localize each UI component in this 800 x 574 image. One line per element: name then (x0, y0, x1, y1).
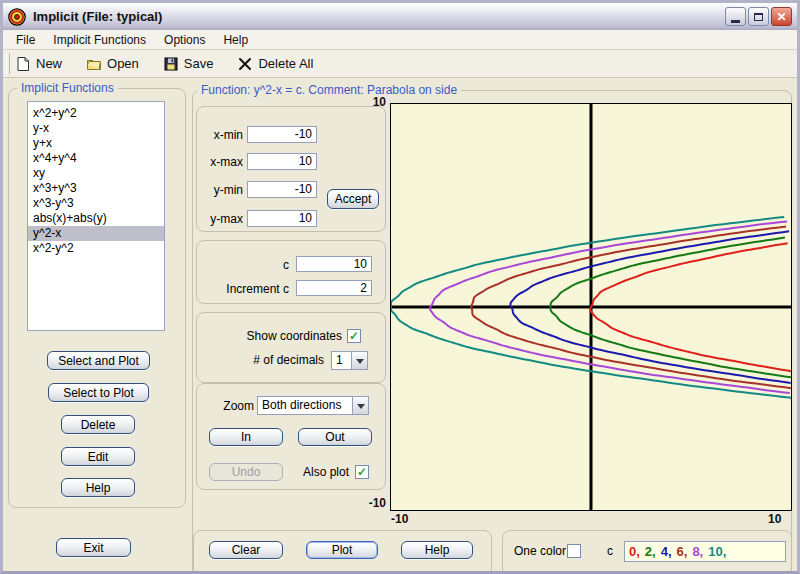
increment-c-field[interactable]: 2 (296, 280, 372, 296)
toolbar: NewOpenSaveDelete All (3, 50, 797, 78)
show-coordinates-checkbox[interactable]: ✓ (347, 329, 361, 343)
implicit-functions-group: Implicit Functions x^2+y^2y-xy+xx^4+y^4x… (8, 88, 186, 508)
edit-button[interactable]: Edit (61, 447, 135, 466)
plot-ymin-label: -10 (358, 496, 386, 510)
range-group: x-min -10 x-max 10 y-min -10 y-max 10 Ac… (196, 106, 386, 232)
y-max-label: y-max (205, 211, 243, 228)
x-min-field[interactable]: -10 (247, 126, 317, 143)
list-item[interactable]: x^2-y^2 (28, 241, 164, 256)
decimals-dropdown[interactable]: 1 (331, 351, 368, 370)
also-plot-label: Also plot (297, 464, 349, 481)
delete-button[interactable]: Delete (61, 415, 135, 434)
accept-button[interactable]: Accept (327, 189, 379, 209)
chevron-down-icon (351, 352, 367, 369)
toolbar-label: Save (184, 56, 214, 71)
toolbar-delete-all-button[interactable]: Delete All (237, 56, 313, 72)
c-label: c (237, 257, 289, 274)
list-item[interactable]: x^4+y^4 (28, 151, 164, 166)
one-color-group: One color c 0,2,4,6,8,10, (502, 530, 792, 571)
legend-value: 0, (629, 544, 640, 559)
help-button-left[interactable]: Help (61, 478, 135, 497)
list-item[interactable]: x^3-y^3 (28, 196, 164, 211)
legend-value: 10, (708, 544, 726, 559)
maximize-icon (754, 13, 763, 21)
zoom-mode-value: Both directions (258, 397, 352, 414)
maximize-button[interactable] (748, 7, 769, 26)
c-field[interactable]: 10 (296, 256, 372, 272)
menubar: FileImplicit FunctionsOptionsHelp (3, 30, 797, 50)
open-icon (86, 56, 102, 72)
c-group: c 10 Increment c 2 (196, 240, 386, 304)
coordinates-group: Show coordinates ✓ # of decimals 1 (196, 312, 386, 383)
close-button[interactable]: ✕ (771, 7, 792, 26)
y-max-field[interactable]: 10 (247, 210, 317, 227)
zoom-in-button[interactable]: In (209, 428, 283, 446)
menu-item-help[interactable]: Help (214, 31, 257, 49)
toolbar-label: New (36, 56, 62, 71)
x-max-label: x-max (205, 154, 243, 171)
menu-item-file[interactable]: File (7, 31, 44, 49)
minimize-icon (731, 20, 740, 23)
one-color-label: One color (514, 543, 566, 560)
y-min-field[interactable]: -10 (247, 181, 317, 198)
actions-group: Clear Plot Help (193, 530, 492, 571)
select-and-plot-button[interactable]: Select and Plot (47, 351, 150, 370)
exit-button[interactable]: Exit (56, 538, 131, 557)
toolbar-save-button[interactable]: Save (163, 56, 214, 72)
toolbar-open-button[interactable]: Open (86, 56, 139, 72)
c-values-legend: 0,2,4,6,8,10, (624, 541, 786, 562)
close-icon: ✕ (776, 10, 786, 24)
plot-ymax-label: 10 (358, 95, 386, 109)
list-item[interactable]: x^2+y^2 (28, 106, 164, 121)
list-item[interactable]: y+x (28, 136, 164, 151)
list-item[interactable]: y^2-x (28, 226, 164, 241)
decimals-label: # of decimals (252, 352, 324, 369)
legend-value: 4, (661, 544, 672, 559)
menu-item-options[interactable]: Options (155, 31, 214, 49)
minimize-button[interactable] (725, 7, 746, 26)
plot-xmin-label: -10 (391, 512, 408, 526)
legend-value: 8, (692, 544, 703, 559)
function-list: x^2+y^2y-xy+xx^4+y^4xyx^3+y^3x^3-y^3abs(… (27, 101, 165, 331)
also-plot-checkbox[interactable]: ✓ (355, 465, 369, 479)
main-content: Function: y^2-x = c. Comment: Parabola o… (3, 78, 797, 571)
plot-xmax-label: 10 (768, 512, 781, 526)
plot-svg (391, 104, 791, 510)
toolbar-new-button[interactable]: New (15, 56, 62, 72)
app-bullseye-icon (8, 8, 26, 26)
zoom-group: Zoom Both directions In Out Undo Also pl… (196, 383, 386, 490)
legend-value: 6, (677, 544, 688, 559)
zoom-out-button[interactable]: Out (298, 428, 372, 446)
list-item[interactable]: abs(x)+abs(y) (28, 211, 164, 226)
function-group-title: Function: y^2-x = c. Comment: Parabola o… (197, 83, 461, 98)
legend-value: 2, (645, 544, 656, 559)
list-item[interactable]: x^3+y^3 (28, 181, 164, 196)
decimals-value: 1 (332, 352, 351, 369)
toolbar-label: Open (107, 56, 139, 71)
x-min-label: x-min (205, 127, 243, 144)
select-to-plot-button[interactable]: Select to Plot (48, 383, 149, 402)
increment-c-label: Increment c (205, 281, 289, 298)
zoom-mode-dropdown[interactable]: Both directions (257, 396, 369, 415)
implicit-functions-group-title: Implicit Functions (17, 81, 118, 96)
help-button-bottom[interactable]: Help (401, 541, 473, 559)
chevron-down-icon (352, 397, 368, 414)
list-item[interactable]: y-x (28, 121, 164, 136)
window-controls: ✕ (725, 7, 792, 26)
y-min-label: y-min (205, 182, 243, 199)
list-item[interactable]: xy (28, 166, 164, 181)
title-bar: Implicit (File: typical) ✕ (3, 3, 797, 30)
save-icon (163, 56, 179, 72)
clear-button[interactable]: Clear (209, 541, 283, 559)
menu-item-implicit-functions[interactable]: Implicit Functions (44, 31, 155, 49)
plot-button[interactable]: Plot (306, 541, 378, 559)
plot-area[interactable] (390, 103, 792, 511)
new-icon (15, 56, 31, 72)
show-coordinates-label: Show coordinates (242, 328, 342, 345)
window-title: Implicit (File: typical) (33, 9, 718, 24)
delete-all-icon (237, 56, 253, 72)
app-window: Implicit (File: typical) ✕ FileImplicit … (0, 0, 800, 574)
one-color-checkbox[interactable] (567, 544, 581, 558)
x-max-field[interactable]: 10 (247, 153, 317, 170)
undo-button[interactable]: Undo (209, 463, 283, 481)
